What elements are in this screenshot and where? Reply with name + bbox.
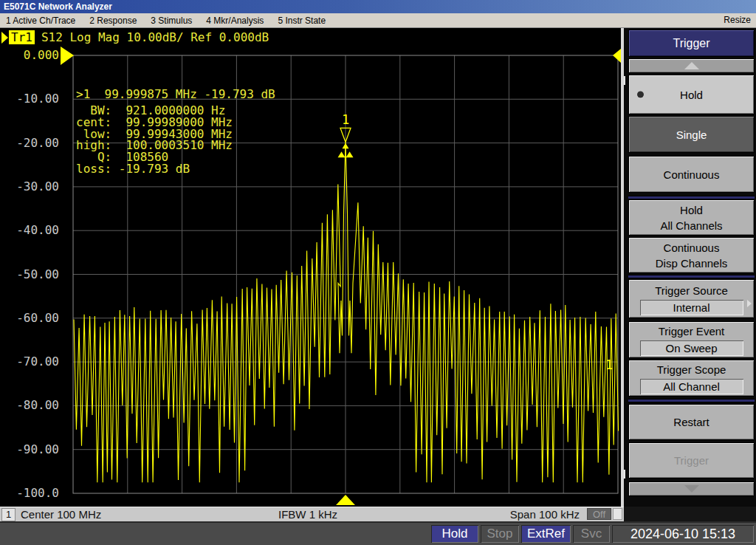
softkey-continuous-disp-channels[interactable]: Continuous Disp Channels xyxy=(628,237,755,273)
trace-tr1 xyxy=(74,142,619,482)
menu-bar: 1 Active Ch/Trace2 Response3 Stimulus4 M… xyxy=(0,13,756,28)
softkey-cont-disp-line2: Disp Channels xyxy=(656,256,728,271)
corner-filler xyxy=(624,507,756,521)
resize-button[interactable]: Resize xyxy=(724,13,751,27)
softkey-hold-all-channels[interactable]: Hold All Channels xyxy=(628,199,755,236)
menu-item-0[interactable]: 1 Active Ch/Trace xyxy=(0,16,83,26)
softkey-hold-all-line2: All Channels xyxy=(660,218,722,233)
softkey-trigger-event-label: Trigger Event xyxy=(659,323,724,339)
softkey-hold-label: Hold xyxy=(680,87,703,103)
marker-1-label: 1 xyxy=(342,112,349,127)
bw-center-marker-icon xyxy=(343,143,349,149)
offset-indicator: Off xyxy=(587,508,611,520)
menu-item-2[interactable]: 3 Stimulus xyxy=(145,16,200,26)
external-reference-indicator[interactable]: ExtRef xyxy=(521,525,571,543)
menu-item-1[interactable]: 2 Response xyxy=(83,16,145,26)
down-arrow-icon xyxy=(684,485,699,493)
ifbw-readout: IFBW 1 kHz xyxy=(278,508,337,521)
softkey-separator xyxy=(628,275,755,278)
softkey-restart[interactable]: Restart xyxy=(628,404,755,440)
softkey-cont-disp-line1: Continuous xyxy=(664,240,720,256)
bw-low-marker-icon xyxy=(338,151,346,157)
softkey-trigger-source-label: Trigger Source xyxy=(655,283,728,298)
softkey-trigger-label: Trigger xyxy=(674,453,709,468)
scroll-tick xyxy=(624,470,625,479)
instrument-display: Tr1 S12 Log Mag 10.00dB/ Ref 0.000dB 0.0… xyxy=(0,28,624,507)
center-frequency-marker-icon xyxy=(336,495,355,505)
channel-number-badge: 1 xyxy=(1,508,16,521)
softkey-trigger-disabled: Trigger xyxy=(628,442,755,479)
radio-selected-icon xyxy=(637,92,644,98)
softkey-trigger-scope[interactable]: Trigger Scope All Channel xyxy=(628,360,755,397)
softkey-trigger-scope-label: Trigger Scope xyxy=(657,362,726,377)
softkey-continuous-label: Continuous xyxy=(664,167,720,182)
channel-status-bar: 1 Center 100 MHz IFBW 1 kHz Span 100 kHz… xyxy=(0,507,624,521)
menu-item-3[interactable]: 4 Mkr/Analysis xyxy=(200,16,272,26)
system-status-bar: Hold Stop ExtRef Svc 2024-06-10 15:13 xyxy=(0,521,756,545)
softkey-single-label: Single xyxy=(676,127,707,143)
menu-item-4[interactable]: 5 Instr State xyxy=(272,16,334,26)
bw-high-marker-icon xyxy=(346,151,354,157)
softkey-trigger-source[interactable]: Trigger Source Internal xyxy=(628,279,755,318)
softkey-trigger-event-value: On Sweep xyxy=(640,340,743,356)
ref-level-marker-right xyxy=(613,49,621,63)
softkey-single[interactable]: Single xyxy=(628,116,755,153)
span-readout: Span 100 kHz xyxy=(510,508,580,521)
softkey-hold-all-line1: Hold xyxy=(680,202,703,218)
softkey-separator xyxy=(628,399,755,402)
stop-indicator[interactable]: Stop xyxy=(481,525,519,543)
softkey-trigger-event[interactable]: Trigger Event On Sweep xyxy=(628,321,755,358)
up-arrow-icon xyxy=(684,62,699,69)
e5071c-screen: E5071C Network Analyzer 1 Active Ch/Trac… xyxy=(0,0,756,545)
softkey-hold[interactable]: Hold xyxy=(628,75,755,114)
submenu-arrow-icon xyxy=(747,300,752,307)
softkey-scroll-up-button[interactable] xyxy=(628,58,755,73)
bandwidth-search-readout: BW: 921.0000000 Hz cent: 99.99989000 MHz… xyxy=(76,105,233,175)
trace-number-right-edge: 1 xyxy=(605,357,613,372)
scroll-tick xyxy=(624,76,625,85)
marker-1-readout: >1 99.999875 MHz -19.793 dB xyxy=(76,87,275,101)
service-indicator[interactable]: Svc xyxy=(573,525,610,543)
softkey-trigger-source-value: Internal xyxy=(640,300,743,315)
date-time-display: 2024-06-10 15:13 xyxy=(612,525,754,543)
center-frequency-readout: Center 100 MHz xyxy=(21,508,101,521)
sweep-hold-indicator[interactable]: Hold xyxy=(431,525,478,543)
softkey-trigger-scope-value: All Channel xyxy=(640,379,743,394)
ref-level-marker-left xyxy=(61,47,74,65)
status-bar-end-cap xyxy=(613,508,622,520)
softkey-continuous[interactable]: Continuous xyxy=(628,156,755,193)
window-title: E5071C Network Analyzer xyxy=(4,1,112,12)
softkey-menu-title: Trigger xyxy=(628,30,755,57)
softkey-scroll-down-button[interactable] xyxy=(628,481,755,496)
window-title-bar: E5071C Network Analyzer xyxy=(0,0,756,13)
softkey-menu: Trigger Hold Single Continuous Hold All … xyxy=(624,28,756,507)
softkey-restart-label: Restart xyxy=(673,414,709,430)
